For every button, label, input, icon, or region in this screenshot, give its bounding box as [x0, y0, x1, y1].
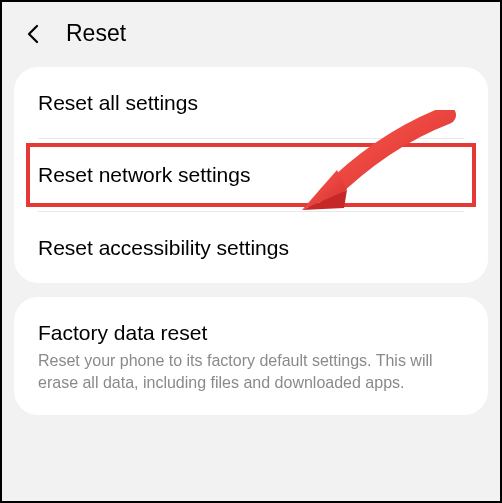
page-title: Reset: [66, 20, 126, 47]
factory-data-reset-item[interactable]: Factory data reset Reset your phone to i…: [14, 297, 488, 415]
list-item-label: Reset network settings: [38, 161, 464, 188]
header: Reset: [2, 2, 500, 67]
list-item-subtitle: Reset your phone to its factory default …: [38, 350, 464, 393]
reset-all-settings-item[interactable]: Reset all settings: [14, 67, 488, 138]
reset-options-card: Reset all settings Reset network setting…: [14, 67, 488, 283]
back-icon[interactable]: [22, 22, 46, 46]
list-item-label: Reset accessibility settings: [38, 234, 464, 261]
list-item-label: Factory data reset: [38, 319, 464, 346]
reset-accessibility-settings-item[interactable]: Reset accessibility settings: [14, 212, 488, 283]
reset-network-settings-item[interactable]: Reset network settings: [14, 139, 488, 210]
factory-reset-card: Factory data reset Reset your phone to i…: [14, 297, 488, 415]
list-item-label: Reset all settings: [38, 89, 464, 116]
